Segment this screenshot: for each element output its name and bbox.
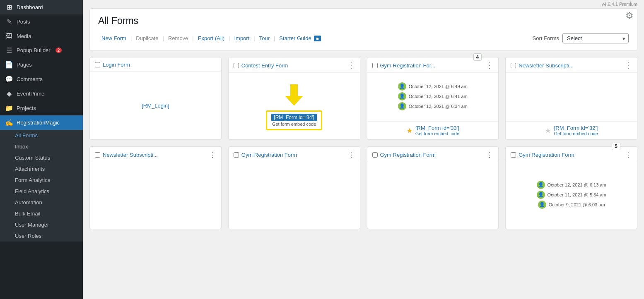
form-card-newsletter2-checkbox[interactable] — [95, 152, 100, 158]
sidebar-sub-item-user-manager[interactable]: User Manager — [0, 219, 83, 230]
content-area: ⚙ All Forms New Form | Duplicate | Remov… — [83, 8, 644, 299]
form-card-newsletter1: Newsletter Subscripti... ⋮ ★ [RM_Form id… — [505, 57, 637, 140]
newsletter1-shortcode[interactable]: [RM_Form id='32'] — [554, 125, 598, 131]
duplicate-link[interactable]: Duplicate — [133, 33, 162, 43]
sidebar-sub-item-automation[interactable]: Automation — [0, 197, 83, 208]
remove-link[interactable]: Remove — [165, 33, 191, 43]
svg-marker-0 — [284, 84, 304, 106]
form-card-gym2: Gym Registration Form ⋮ — [228, 146, 360, 229]
sort-forms-wrap: Sort Forms Select Name Date — [533, 33, 629, 43]
contest-menu-icon[interactable]: ⋮ — [347, 62, 355, 69]
sidebar-item-posts[interactable]: ✎ Posts — [0, 14, 83, 29]
forms-grid-row1: Login Form [RM_Login] Contest Entry Form… — [89, 57, 637, 140]
entry-avatar: 👤 — [537, 181, 545, 189]
form-card-login-checkbox[interactable] — [95, 62, 100, 67]
popup-badge: 2 — [55, 48, 62, 53]
form-card-login-header: Login Form — [90, 57, 221, 72]
card-badge-4: 4 — [473, 53, 482, 61]
form-card-gym3-title[interactable]: Gym Registration Form — [380, 152, 484, 158]
sidebar-sub-item-attachments[interactable]: Attachments — [0, 163, 83, 175]
entry-avatar: 👤 — [398, 102, 406, 110]
forms-grid-row2: Newsletter Subscripti... ⋮ Gym Registrat… — [89, 146, 637, 229]
entry-date: October 12, 2021 @ 6:34 am — [409, 104, 468, 109]
sidebar-sub-item-all-forms[interactable]: All Forms — [0, 130, 83, 141]
sidebar-sub-item-field-analytics[interactable]: Field Analytics — [0, 186, 83, 197]
sidebar-sub-item-form-analytics[interactable]: Form Analytics — [0, 175, 83, 186]
sidebar-item-comments[interactable]: 💬 Comments — [0, 72, 83, 86]
sidebar-item-registration-magic[interactable]: ✍ RegistrationMagic — [0, 115, 83, 130]
media-icon: 🖼 — [5, 32, 13, 40]
projects-icon: 📁 — [5, 104, 13, 112]
star-icon[interactable]: ★ — [406, 126, 413, 135]
eventprime-icon: ◆ — [5, 90, 13, 98]
newsletter1-menu-icon[interactable]: ⋮ — [625, 62, 632, 69]
form-card-newsletter1-header: Newsletter Subscripti... ⋮ — [506, 57, 637, 73]
sidebar-sub-item-user-roles[interactable]: User Roles — [0, 230, 83, 242]
form-card-gym1: 4 Gym Registration For... ⋮ 👤 October 12… — [367, 57, 499, 140]
form-card-gym1-checkbox[interactable] — [372, 63, 378, 68]
sidebar-item-media[interactable]: 🖼 Media — [0, 29, 83, 43]
login-shortcode[interactable]: [RM_Login] — [142, 103, 169, 109]
tour-link[interactable]: Tour — [256, 33, 273, 43]
form-card-newsletter2-title[interactable]: Newsletter Subscripti... — [103, 152, 206, 158]
gym1-menu-icon[interactable]: ⋮ — [486, 62, 493, 69]
embed-box-label: Get form embed code — [271, 122, 317, 127]
form-card-newsletter2-header: Newsletter Subscripti... ⋮ — [90, 147, 221, 162]
newsletter1-embed-label[interactable]: Get form embed code — [554, 131, 598, 136]
sidebar-item-label: Popup Builder — [17, 47, 51, 53]
entry-date: October 12, 2021 @ 6:41 am — [409, 94, 468, 99]
form-card-gym1-footer: ★ [RM_Form id='33'] Get form embed code — [367, 121, 499, 139]
settings-button[interactable]: ⚙ — [622, 9, 637, 23]
gym4-menu-icon[interactable]: ⋮ — [625, 151, 632, 158]
form-card-newsletter2-body — [90, 162, 221, 229]
form-card-gym3-header: Gym Registration Form ⋮ — [367, 147, 499, 162]
sort-select[interactable]: Select Name Date — [562, 33, 629, 43]
form-card-contest-title[interactable]: Contest Entry Form — [241, 62, 345, 69]
down-arrow-icon — [282, 84, 306, 107]
gym1-embed-label[interactable]: Get form embed code — [415, 131, 459, 136]
newsletter2-menu-icon[interactable]: ⋮ — [209, 151, 216, 158]
starter-guide-link[interactable]: Starter Guide ■ — [276, 33, 324, 43]
gym2-menu-icon[interactable]: ⋮ — [347, 151, 355, 158]
forms-toolbar: New Form | Duplicate | Remove | Export (… — [98, 33, 629, 43]
gym3-menu-icon[interactable]: ⋮ — [486, 151, 493, 158]
form-card-login-title[interactable]: Login Form — [103, 62, 216, 68]
sidebar-item-label: Dashboard — [17, 4, 43, 10]
export-link[interactable]: Export (All) — [195, 33, 228, 43]
sidebar-sub-item-inbox[interactable]: Inbox — [0, 141, 83, 152]
posts-icon: ✎ — [5, 18, 13, 26]
sidebar-item-dashboard[interactable]: ⊞ Dashboard — [0, 0, 83, 14]
gym1-shortcode[interactable]: [RM_Form id='33'] — [415, 125, 459, 131]
form-card-login: Login Form [RM_Login] — [89, 57, 222, 140]
form-card-gym4-checkbox[interactable] — [511, 152, 516, 158]
form-card-gym1-title[interactable]: Gym Registration For... — [380, 62, 484, 69]
form-card-newsletter1-title[interactable]: Newsletter Subscripti... — [519, 62, 622, 69]
sidebar-item-popup-builder[interactable]: ☰ Popup Builder 2 — [0, 43, 83, 57]
form-card-newsletter2: Newsletter Subscripti... ⋮ — [89, 146, 222, 229]
form-card-gym4-title[interactable]: Gym Registration Form — [519, 152, 622, 158]
entry-row: 👤 October 11, 2021 @ 5:34 am — [537, 191, 606, 199]
import-link[interactable]: Import — [231, 33, 253, 43]
form-card-gym2-checkbox[interactable] — [234, 152, 239, 158]
form-card-contest-checkbox[interactable] — [234, 63, 239, 68]
sidebar-sub-item-custom-status[interactable]: Custom Status — [0, 152, 83, 163]
popup-icon: ☰ — [5, 46, 13, 54]
sidebar-item-pages[interactable]: 📄 Pages — [0, 57, 83, 72]
pages-icon: 📄 — [5, 61, 13, 69]
form-card-gym3-checkbox[interactable] — [372, 152, 378, 158]
dashboard-icon: ⊞ — [5, 3, 13, 11]
sidebar-submenu: All Forms Inbox Custom Status Attachment… — [0, 130, 83, 242]
sidebar-item-eventprime[interactable]: ◆ EventPrime — [0, 86, 83, 101]
form-card-gym2-title[interactable]: Gym Registration Form — [241, 152, 345, 158]
card-badge-5: 5 — [612, 143, 620, 150]
star-icon[interactable]: ★ — [545, 126, 551, 135]
new-form-link[interactable]: New Form — [98, 33, 130, 43]
form-card-newsletter1-checkbox[interactable] — [511, 63, 516, 68]
entry-date: October 12, 2021 @ 6:13 am — [548, 182, 606, 187]
main-content: v4.6.4.1 Premium ⚙ All Forms New Form | … — [83, 0, 644, 299]
sort-label: Sort Forms — [533, 35, 559, 41]
sidebar-item-projects[interactable]: 📁 Projects — [0, 101, 83, 115]
sidebar-sub-item-bulk-email[interactable]: Bulk Email — [0, 208, 83, 219]
sidebar-item-label: Media — [17, 33, 31, 39]
embed-code-text[interactable]: [RM_Form id='34'] — [271, 114, 317, 121]
